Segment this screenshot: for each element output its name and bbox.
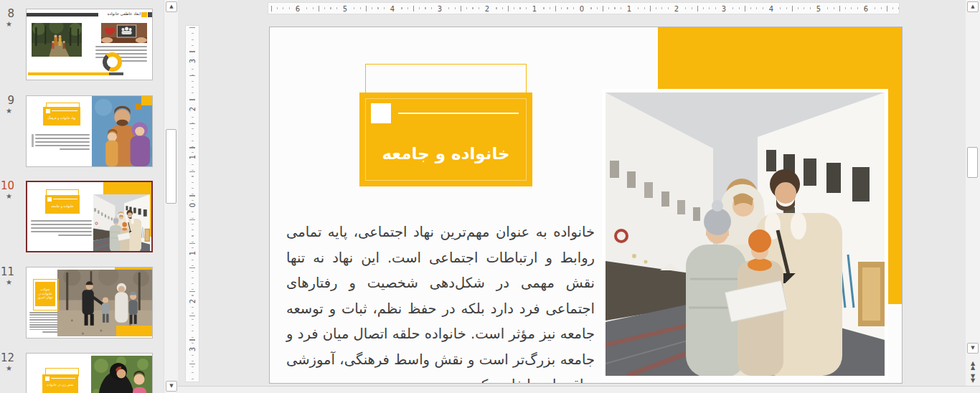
ruler-number: 3 (189, 345, 197, 354)
thumb9-accent-square (141, 96, 152, 105)
title-accent-line (398, 113, 519, 114)
ruler-number: 2 (189, 297, 197, 306)
slide-right-accent-sliver[interactable] (888, 89, 902, 304)
thumb10-title: خانواده و جامعه (45, 204, 80, 209)
slide-body-text[interactable]: خانواده به عنوان مهم‌ترین نهاد اجتماعی، … (286, 219, 595, 384)
slide-thumbnail-11[interactable]: تحولات خانواده در جهان امروز (26, 267, 153, 338)
ruler-number: 2 (483, 4, 491, 12)
thumb8-header-bar (27, 13, 98, 16)
slide-title[interactable]: خانواده و جامعه (359, 144, 532, 163)
slide-thumbnail-panel: 8 ★ ابعاد عاطفی خانواده 9 ★ (0, 0, 164, 393)
slide-number-8: 8 (0, 7, 14, 20)
slide-top-accent-band[interactable] (658, 27, 902, 89)
slide-thumbnail-8[interactable]: ابعاد عاطفی خانواده (26, 9, 153, 80)
ruler-number: 3 (189, 57, 197, 65)
next-slide-button[interactable]: ▼ ▼ (968, 374, 978, 383)
animation-star-icon: ★ (6, 192, 12, 200)
thumb8-accent-square (141, 12, 147, 17)
thumb10-text-lines (31, 220, 92, 238)
horizontal-ruler: 6543210123456 (268, 2, 900, 14)
slide-thumbnail-10-selected[interactable]: خانواده و جامعه (26, 181, 153, 252)
ruler-number: 5 (341, 4, 349, 12)
vertical-ruler: 3210123 (185, 25, 199, 382)
thumb8-bottom-bar (28, 72, 109, 75)
ruler-number: 1 (189, 153, 197, 161)
ruler-number: 0 (578, 4, 586, 12)
thumb8-bottom-bar-gray (109, 72, 123, 75)
ruler-number: 1 (625, 4, 633, 12)
ruler-number: 6 (293, 4, 302, 12)
slide-title-box[interactable]: خانواده و جامعه (359, 93, 532, 186)
thumb10-top-band (103, 182, 151, 194)
slide-number-11: 11 (0, 265, 14, 278)
thumb8-forest-photo (32, 23, 82, 57)
ruler-number: 3 (720, 4, 728, 12)
thumb11-bottom-band (116, 326, 152, 336)
ruler-number: 5 (814, 4, 823, 12)
animation-star-icon: ★ (6, 20, 12, 28)
thumbnail-scrollbar[interactable]: ▲ ▼ (164, 0, 178, 393)
main-scrollbar-thumb[interactable] (967, 147, 978, 178)
chevron-down-icon: ▼ (971, 345, 974, 351)
animation-star-icon: ★ (6, 107, 12, 115)
thumbnail-scroll-down-button[interactable]: ▼ (166, 381, 177, 392)
slide-number-9: 9 (0, 94, 14, 107)
ruler-number: 6 (862, 4, 870, 12)
chevron-up-icon: ▲ (971, 4, 974, 9)
thumb12-title-box: نقش زن در خانواده (42, 374, 78, 393)
previous-slide-button[interactable]: ▲ ▲ (968, 361, 978, 370)
thumb12-photo (91, 356, 152, 393)
thumb10-title-box: خانواده و جامعه (45, 195, 80, 214)
double-chevron-up-icon: ▲ (968, 366, 978, 370)
ruler-number: 4 (388, 4, 397, 12)
status-bar (178, 386, 980, 393)
thumb11-title-box: تحولات خانواده در جهان امروز (35, 282, 55, 306)
ruler-number: 1 (189, 249, 197, 257)
thumb11-text-lines (29, 312, 58, 334)
thumb9-title-box: نهاد خانواده و فرهنگ (43, 107, 80, 126)
ruler-number: 0 (189, 201, 197, 209)
thumbnail-scrollbar-thumb[interactable] (166, 129, 176, 204)
slide-thumbnail-12[interactable]: نقش زن در خانواده (26, 353, 153, 393)
thumb11-title: تحولات خانواده در جهان امروز (36, 288, 55, 300)
street-family-photo (606, 93, 885, 376)
chevron-down-icon: ▼ (169, 383, 173, 389)
thumbnail-scroll-up-button[interactable]: ▲ (166, 1, 177, 12)
ruler-number: 3 (435, 4, 444, 12)
main-scroll-up-button[interactable]: ▲ (967, 1, 979, 12)
thumb9-orange-square (136, 104, 141, 110)
ruler-number: 4 (767, 4, 776, 12)
thumb10-street-photo (93, 194, 150, 252)
animation-star-icon: ★ (6, 364, 12, 372)
slide-canvas[interactable]: خانواده و جامعه خانواده به عنوان مهم‌تری… (269, 27, 903, 384)
thumb8-chalkboard-photo (101, 23, 147, 43)
thumb9-title: نهاد خانواده و فرهنگ (43, 116, 80, 120)
thumb8-gray-square (148, 12, 152, 17)
app-window: 8 ★ ابعاد عاطفی خانواده 9 ★ (0, 0, 980, 393)
thumb9-side-bar (32, 134, 34, 147)
slide-photo[interactable] (602, 89, 888, 379)
slide-thumbnail-9[interactable]: نهاد خانواده و فرهنگ (26, 95, 153, 167)
thumb8-title: ابعاد عاطفی خانواده (108, 11, 141, 16)
main-scroll-down-button[interactable]: ▼ (967, 343, 979, 354)
thumb9-illustration (92, 96, 152, 166)
slide-number-10: 10 (0, 179, 14, 192)
thumb8-donut-chart (103, 52, 122, 72)
ruler-number: 2 (672, 4, 681, 12)
main-scrollbar[interactable]: ▲ ▼ ▲ ▲ ▼ ▼ (966, 0, 980, 393)
thumb12-title: نقش زن در خانواده (42, 383, 78, 387)
ruler-number: 1 (530, 4, 539, 12)
title-accent-square (371, 103, 391, 123)
ruler-number: 2 (189, 105, 197, 113)
slide-number-12: 12 (0, 351, 14, 364)
thumb9-text-lines (35, 134, 90, 152)
animation-star-icon: ★ (6, 278, 12, 286)
double-chevron-down-icon: ▼ (968, 379, 978, 383)
chevron-up-icon: ▲ (169, 4, 173, 9)
